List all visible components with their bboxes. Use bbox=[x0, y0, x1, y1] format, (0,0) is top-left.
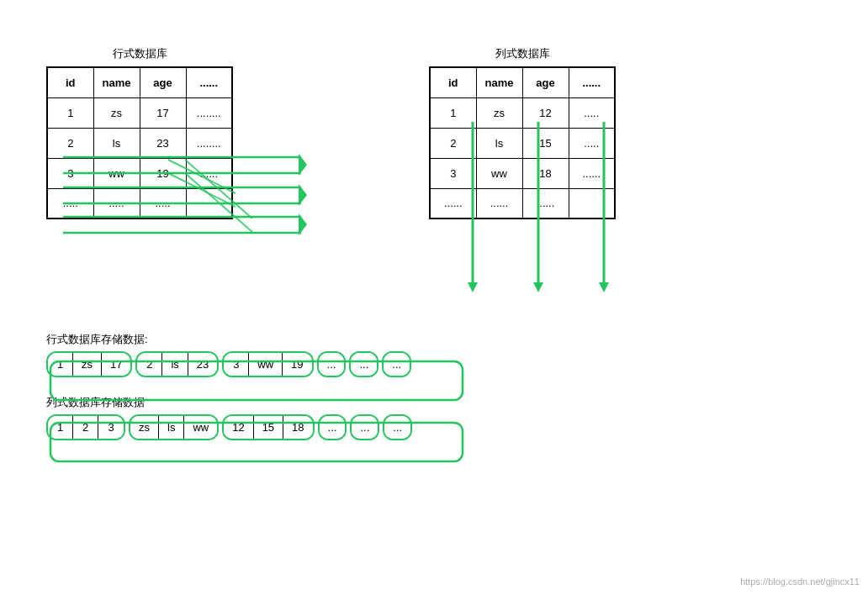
cell bbox=[186, 188, 232, 219]
storage-cell: ... bbox=[320, 416, 346, 439]
row-db-header-age: age bbox=[140, 67, 186, 97]
col-db-section: 列式数据库 id name age ...... 1 zs 12 ..... bbox=[429, 46, 616, 219]
row-db-header: id name age ...... bbox=[47, 67, 232, 97]
cell: ls bbox=[93, 128, 140, 158]
cell: ww bbox=[93, 158, 140, 188]
cell: 3 bbox=[47, 158, 93, 188]
cell: 17 bbox=[140, 97, 186, 128]
cell bbox=[569, 188, 615, 219]
row-db-header-dots: ...... bbox=[186, 67, 232, 97]
col-db-header-dots: ...... bbox=[569, 67, 615, 97]
table-row: 2 ls 23 ........ bbox=[47, 128, 232, 158]
row-storage-group-5: ... bbox=[349, 351, 378, 377]
row-storage-group-2: 2 ls 23 bbox=[135, 351, 219, 377]
storage-cell: 1 bbox=[48, 416, 73, 439]
col-storage-group-2: zs ls ww bbox=[129, 414, 219, 440]
svg-marker-2 bbox=[299, 154, 307, 176]
col-db-header-age: age bbox=[522, 67, 569, 97]
cell: ...... bbox=[476, 188, 522, 219]
storage-cell: 23 bbox=[188, 353, 217, 376]
storage-cell: 3 bbox=[224, 353, 249, 376]
cell: ..... bbox=[47, 188, 93, 219]
table-row: 3 ww 19 ...... bbox=[47, 158, 232, 188]
table-row: 3 ww 18 ...... bbox=[430, 158, 615, 188]
svg-marker-5 bbox=[299, 184, 307, 206]
svg-marker-8 bbox=[299, 213, 307, 235]
cell: ...... bbox=[186, 158, 232, 188]
cell: ww bbox=[476, 158, 522, 188]
col-storage-group-4: ... bbox=[318, 414, 347, 440]
col-storage-row: 1 2 3 zs ls ww 12 15 18 ... ... ... bbox=[46, 414, 415, 440]
row-storage-group-3: 3 ww 19 bbox=[222, 351, 313, 377]
row-storage-row: 1 zs 17 2 ls 23 3 ww 19 ... ... ... bbox=[46, 351, 415, 377]
cell: ..... bbox=[93, 188, 140, 219]
cell: ...... bbox=[522, 188, 569, 219]
cell: 2 bbox=[430, 128, 476, 158]
cell: zs bbox=[476, 97, 522, 128]
cell: zs bbox=[93, 97, 140, 128]
storage-cell: 18 bbox=[283, 416, 312, 439]
storage-cell: ... bbox=[319, 353, 345, 376]
table-row: 2 ls 15 ..... bbox=[430, 128, 615, 158]
storage-cell: 17 bbox=[102, 353, 130, 376]
storage-cell: zs bbox=[130, 416, 159, 439]
cell: ..... bbox=[140, 188, 186, 219]
col-db-header-name: name bbox=[476, 67, 522, 97]
storage-cell: ... bbox=[352, 416, 378, 439]
storage-cell: ls bbox=[159, 416, 184, 439]
storage-cell: ww bbox=[184, 416, 217, 439]
storage-cell: 2 bbox=[137, 353, 162, 376]
row-db-title: 行式数据库 bbox=[46, 46, 233, 61]
col-storage-section: 列式数据库存储数据 1 2 3 zs ls ww 12 15 18 ... ..… bbox=[46, 395, 415, 447]
row-storage-section: 行式数据库存储数据: 1 zs 17 2 ls 23 3 ww 19 ... .… bbox=[46, 332, 415, 384]
cell: 19 bbox=[140, 158, 186, 188]
col-db-header: id name age ...... bbox=[430, 67, 615, 97]
cell: ..... bbox=[569, 97, 615, 128]
col-storage-group-3: 12 15 18 bbox=[222, 414, 314, 440]
svg-marker-14 bbox=[468, 282, 478, 292]
cell: 2 bbox=[47, 128, 93, 158]
storage-cell: ... bbox=[351, 353, 377, 376]
watermark: https://blog.csdn.net/gjincx11 bbox=[740, 577, 860, 587]
svg-marker-16 bbox=[533, 282, 543, 292]
cell: ........ bbox=[186, 128, 232, 158]
table-row: ...... ...... ...... bbox=[430, 188, 615, 219]
storage-cell: 2 bbox=[73, 416, 98, 439]
table-row: 1 zs 17 ........ bbox=[47, 97, 232, 128]
row-db-header-id: id bbox=[47, 67, 93, 97]
col-storage-group-6: ... bbox=[383, 414, 412, 440]
row-storage-group-4: ... bbox=[317, 351, 347, 377]
col-db-title: 列式数据库 bbox=[429, 46, 616, 61]
storage-cell: ww bbox=[249, 353, 283, 376]
svg-marker-18 bbox=[599, 282, 609, 292]
row-db-section: 行式数据库 id name age ...... 1 zs 17 .......… bbox=[46, 46, 233, 219]
cell: ...... bbox=[430, 188, 476, 219]
row-storage-group-1: 1 zs 17 bbox=[46, 351, 132, 377]
storage-cell: ... bbox=[384, 353, 410, 376]
row-db-table: id name age ...... 1 zs 17 ........ 2 ls… bbox=[46, 66, 233, 219]
cell: ls bbox=[476, 128, 522, 158]
cell: 3 bbox=[430, 158, 476, 188]
cell: ...... bbox=[569, 158, 615, 188]
storage-cell: 19 bbox=[283, 353, 311, 376]
page-container: 行式数据库 id name age ...... 1 zs 17 .......… bbox=[0, 0, 868, 595]
cell: 1 bbox=[430, 97, 476, 128]
cell: 15 bbox=[522, 128, 569, 158]
col-storage-group-5: ... bbox=[350, 414, 379, 440]
col-db-header-id: id bbox=[430, 67, 476, 97]
storage-cell: 12 bbox=[224, 416, 253, 439]
row-storage-label: 行式数据库存储数据: bbox=[46, 332, 415, 347]
cell: ..... bbox=[569, 128, 615, 158]
storage-cell: zs bbox=[73, 353, 102, 376]
storage-cell: 1 bbox=[48, 353, 73, 376]
row-storage-group-6: ... bbox=[382, 351, 411, 377]
row-db-header-name: name bbox=[93, 67, 140, 97]
col-storage-group-1: 1 2 3 bbox=[46, 414, 125, 440]
cell: 12 bbox=[522, 97, 569, 128]
table-row: 1 zs 12 ..... bbox=[430, 97, 615, 128]
cell: 18 bbox=[522, 158, 569, 188]
cell: 23 bbox=[140, 128, 186, 158]
col-storage-label: 列式数据库存储数据 bbox=[46, 395, 415, 410]
storage-cell: ls bbox=[162, 353, 188, 376]
col-db-table: id name age ...... 1 zs 12 ..... 2 ls 15 bbox=[429, 66, 616, 219]
